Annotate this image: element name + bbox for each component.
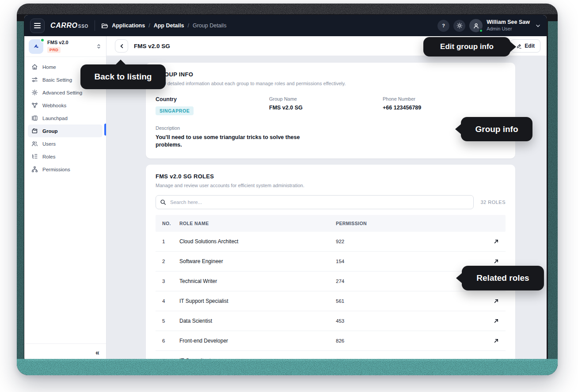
noise-texture-bottom [17,359,558,375]
callout-label: Back to listing [95,72,152,82]
sidebar-item-label: Basic Setting [42,77,72,83]
open-role-icon[interactable] [494,259,499,264]
sidebar-item-label: Webhooks [42,103,66,108]
table-row[interactable]: 7 IT Consultant 703 [156,351,506,361]
sidebar-item-users[interactable]: Users [28,137,103,150]
row-no: 5 [162,318,179,324]
field-description: Description You'll need to use some tria… [156,125,506,149]
help-button[interactable]: ? [437,20,449,32]
breadcrumb-app-details[interactable]: App Details [154,23,184,29]
noise-texture-top [17,4,558,14]
sidebar-item-launchpad[interactable]: Launchpad [28,112,103,124]
open-role-icon[interactable] [494,338,499,343]
logo-text-secondary: SSO [78,24,89,29]
row-role-name: Software Engineer [179,258,336,264]
description-label: Description [156,125,506,131]
app-selector-name: FMS v2.0 [47,40,68,45]
app-selector[interactable]: FMS v2.0 PRD [24,36,106,57]
open-role-icon[interactable] [494,298,499,304]
chevron-down-icon[interactable] [535,23,541,29]
sidebar-item-label: Permissions [42,167,70,172]
roles-count: 32 ROLES [480,200,506,205]
callout-back-to-listing: Back to listing [80,64,166,89]
sliders-icon [31,76,38,83]
sidebar-item-label: Advanced Setting [42,90,82,95]
row-no: 7 [162,358,179,361]
user-role: Admin User [487,26,530,32]
sidebar-item-permissions[interactable]: Permissions [28,163,103,176]
callout-label: Edit group info [440,42,494,51]
env-badge: PRD [47,47,61,53]
sidebar-item-label: Roles [42,154,55,159]
user-avatar[interactable] [469,19,483,32]
sun-icon [456,23,463,29]
callout-label: Related roles [476,273,529,283]
country-badge: SINGAPROE [156,106,194,115]
row-no: 3 [162,279,179,284]
app-status-dot [40,38,45,42]
roles-card: FMS v2.0 SG ROLES Manage and review user… [146,165,515,361]
folder-open-icon [101,23,108,29]
group-name-value: FMS v2.0 SG [269,105,383,111]
roles-subtitle: Manage and review user accounts for effi… [156,183,506,188]
sidebar-item-group[interactable]: Group [28,124,103,137]
group-info-card: GROUP INFO View detailed information abo… [146,63,515,158]
field-group-name: Group Name FMS v2.0 SG [269,96,383,115]
open-role-icon[interactable] [494,358,499,361]
table-row[interactable]: 3 Technical Writer 274 [156,271,506,291]
sidebar-collapse-button[interactable]: « [24,343,106,361]
search-icon [160,199,166,205]
sidebar-item-roles[interactable]: Roles [28,150,103,163]
table-row[interactable]: 1 Cloud Solutions Architect 922 [156,232,506,252]
open-role-icon[interactable] [494,239,499,244]
row-role-name: IT Consultant [179,358,336,361]
table-row[interactable]: 4 IT Support Specialist 561 [156,291,506,311]
search-box [156,195,474,209]
column-role-name: ROLE NAME [179,221,336,226]
list-tree-icon [31,153,38,160]
row-permission: 826 [336,338,486,343]
home-icon [31,64,38,70]
sidebar-item-label: Group [42,128,58,134]
gear-icon [31,89,38,96]
open-role-icon[interactable] [494,318,499,324]
row-role-name: Data Scientist [179,318,336,324]
back-button[interactable] [115,39,128,53]
theme-toggle-button[interactable] [453,20,465,32]
breadcrumb-separator: / [148,23,150,29]
column-permission: PERMISSION [336,221,486,226]
webhook-icon [31,102,38,109]
top-bar: CARRO SSO Applications / App Details / G… [24,15,547,36]
table-row[interactable]: 6 Front-end Developer 826 [156,331,506,351]
row-no: 4 [162,298,179,304]
table-row[interactable]: 2 Software Engineer 154 [156,252,506,271]
row-no: 1 [162,239,179,244]
callout-related-roles: Related roles [462,266,544,290]
edit-button-label: Edit [525,43,535,49]
fms-logo-icon [32,42,40,50]
table-row[interactable]: 5 Data Scientist 453 [156,311,506,331]
noise-texture-right [548,21,558,361]
selector-sort-icon[interactable] [96,43,102,49]
breadcrumb-applications[interactable]: Applications [112,23,145,29]
chevron-left-icon [119,43,125,49]
breadcrumb: Applications / App Details / Group Detai… [101,23,226,29]
row-role-name: IT Support Specialist [179,298,336,304]
collapse-icon: « [95,349,99,357]
app-selector-logo [29,39,43,54]
phone-value: +66 123456789 [383,105,506,111]
page-title: FMS v2.0 SG [134,43,170,49]
search-input[interactable] [156,195,474,209]
sidebar-item-webhooks[interactable]: Webhooks [28,99,103,112]
row-no: 2 [162,259,179,264]
pencil-icon [516,43,522,49]
group-info-title: GROUP INFO [156,71,506,78]
table-header: NO. ROLE NAME PERMISSION [156,215,506,232]
column-no: NO. [162,221,179,226]
description-value: You'll need to use some triangular trick… [156,134,304,149]
question-icon: ? [442,23,445,28]
user-info[interactable]: William See Saw Admin User [487,19,530,32]
menu-icon[interactable] [30,19,45,33]
breadcrumb-group-details: Group Details [193,23,226,29]
online-status-dot [479,29,483,33]
